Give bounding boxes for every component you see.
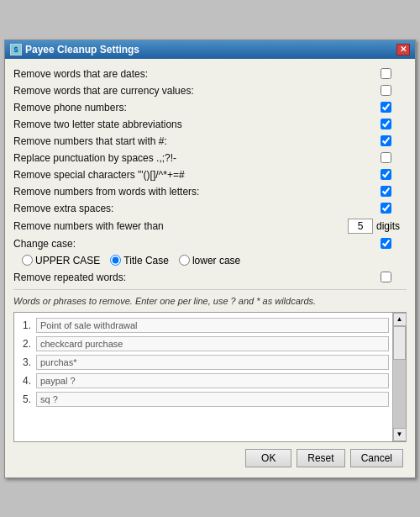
scrollbar: ▲ ▼ bbox=[392, 313, 406, 441]
radio-upper[interactable] bbox=[22, 255, 33, 266]
label-dates: Remove words that are dates: bbox=[13, 68, 365, 80]
title-bar-left: $ Payee Cleanup Settings bbox=[10, 44, 139, 55]
row-dates: Remove words that are dates: bbox=[13, 66, 407, 82]
list-item: 4. bbox=[18, 372, 389, 390]
radio-lower[interactable] bbox=[179, 255, 190, 266]
label-change-case: Change case: bbox=[13, 238, 365, 250]
row-numwords: Remove numbers from words with letters: bbox=[13, 183, 407, 200]
row-change-case: Change case: bbox=[13, 235, 407, 252]
label-hash: Remove numbers that start with #: bbox=[13, 135, 365, 147]
checkbox-change-case[interactable] bbox=[381, 238, 391, 249]
label-state: Remove two letter state abbreviations bbox=[13, 119, 365, 130]
scroll-thumb[interactable] bbox=[393, 326, 406, 360]
close-button[interactable]: ✕ bbox=[396, 44, 410, 55]
list-item: 2. bbox=[18, 335, 389, 353]
info-text: Words or phrases to remove. Enter one pe… bbox=[13, 293, 407, 309]
checkbox-dates[interactable] bbox=[381, 68, 391, 79]
row-punct: Replace punctuation by spaces .,;?!- bbox=[13, 150, 407, 166]
label-punct: Replace punctuation by spaces .,;?!- bbox=[13, 152, 365, 164]
label-numwords: Remove numbers from words with letters: bbox=[13, 186, 365, 198]
list-input-4[interactable] bbox=[36, 373, 389, 388]
digits-input[interactable] bbox=[348, 219, 373, 234]
scroll-track bbox=[393, 326, 406, 428]
checkbox-spaces[interactable] bbox=[381, 203, 391, 214]
list-item: 3. bbox=[18, 353, 389, 372]
list-item: 1. bbox=[18, 316, 389, 335]
radio-upper-label: UPPER CASE bbox=[35, 255, 100, 266]
digits-suffix: digits bbox=[376, 220, 407, 232]
checkbox-cell-dates bbox=[365, 68, 407, 79]
checkbox-state[interactable] bbox=[381, 119, 391, 129]
checkbox-currency[interactable] bbox=[381, 85, 391, 96]
checkbox-cell-hash bbox=[365, 135, 407, 146]
list-input-3[interactable] bbox=[36, 355, 389, 370]
digits-controls: digits bbox=[348, 219, 407, 234]
list-input-5[interactable] bbox=[36, 392, 389, 407]
label-special: Remove special characters "'()[]/^*+=# bbox=[13, 169, 365, 181]
checkbox-cell-change-case bbox=[365, 238, 407, 249]
radio-option-title[interactable]: Title Case bbox=[110, 255, 169, 266]
radio-title[interactable] bbox=[110, 255, 121, 266]
label-currency: Remove words that are currency values: bbox=[13, 85, 365, 97]
radio-option-lower[interactable]: lower case bbox=[179, 255, 240, 266]
checkbox-hash[interactable] bbox=[381, 135, 391, 146]
payee-cleanup-window: $ Payee Cleanup Settings ✕ Remove words … bbox=[4, 40, 416, 478]
label-digits: Remove numbers with fewer than bbox=[13, 220, 348, 232]
checkbox-cell-repeated bbox=[365, 272, 407, 282]
radio-title-label: Title Case bbox=[123, 255, 169, 266]
row-special: Remove special characters "'()[]/^*+=# bbox=[13, 166, 407, 183]
checkbox-cell-spaces bbox=[365, 203, 407, 214]
list-item: 5. bbox=[18, 390, 389, 409]
row-hash: Remove numbers that start with #: bbox=[13, 133, 407, 150]
case-options-row: UPPER CASE Title Case lower case bbox=[13, 252, 407, 269]
checkbox-repeated[interactable] bbox=[381, 272, 391, 282]
cancel-button[interactable]: Cancel bbox=[350, 449, 403, 467]
list-num-4: 4. bbox=[18, 375, 31, 387]
button-row: OK Reset Cancel bbox=[13, 442, 407, 471]
phrase-list-content: 1. 2. 3. 4. 5. bbox=[14, 313, 392, 441]
checkbox-cell-special bbox=[365, 169, 407, 180]
row-spaces: Remove extra spaces: bbox=[13, 200, 407, 217]
window-title: Payee Cleanup Settings bbox=[25, 44, 139, 55]
list-num-3: 3. bbox=[18, 356, 31, 368]
scroll-up-button[interactable]: ▲ bbox=[393, 313, 407, 326]
row-currency: Remove words that are currency values: bbox=[13, 82, 407, 99]
scroll-down-button[interactable]: ▼ bbox=[393, 428, 407, 441]
divider bbox=[13, 289, 407, 290]
checkbox-cell-currency bbox=[365, 85, 407, 96]
checkbox-cell-state bbox=[365, 119, 407, 129]
checkbox-punct[interactable] bbox=[381, 152, 391, 163]
list-num-1: 1. bbox=[18, 319, 31, 331]
checkbox-special[interactable] bbox=[381, 169, 391, 180]
ok-button[interactable]: OK bbox=[245, 449, 291, 467]
content-area: Remove words that are dates: Remove word… bbox=[5, 59, 415, 477]
checkbox-phone[interactable] bbox=[381, 102, 391, 113]
checkbox-numwords[interactable] bbox=[381, 186, 391, 197]
reset-button[interactable]: Reset bbox=[297, 449, 344, 467]
label-phone: Remove phone numbers: bbox=[13, 102, 365, 113]
list-num-5: 5. bbox=[18, 393, 31, 405]
radio-lower-label: lower case bbox=[192, 255, 240, 266]
row-digits: Remove numbers with fewer than digits bbox=[13, 217, 407, 235]
row-repeated: Remove repeated words: bbox=[13, 269, 407, 286]
list-num-2: 2. bbox=[18, 338, 31, 350]
row-phone: Remove phone numbers: bbox=[13, 99, 407, 116]
checkbox-cell-numwords bbox=[365, 186, 407, 197]
window-icon: $ bbox=[10, 44, 22, 55]
checkbox-cell-phone bbox=[365, 102, 407, 113]
list-input-2[interactable] bbox=[36, 336, 389, 351]
title-bar: $ Payee Cleanup Settings ✕ bbox=[5, 40, 415, 59]
radio-option-upper[interactable]: UPPER CASE bbox=[22, 255, 100, 266]
label-spaces: Remove extra spaces: bbox=[13, 203, 365, 214]
row-state: Remove two letter state abbreviations bbox=[13, 116, 407, 133]
list-input-1[interactable] bbox=[36, 318, 389, 333]
phrase-list-area: 1. 2. 3. 4. 5. bbox=[13, 312, 407, 442]
label-repeated: Remove repeated words: bbox=[13, 272, 365, 283]
checkbox-cell-punct bbox=[365, 152, 407, 163]
